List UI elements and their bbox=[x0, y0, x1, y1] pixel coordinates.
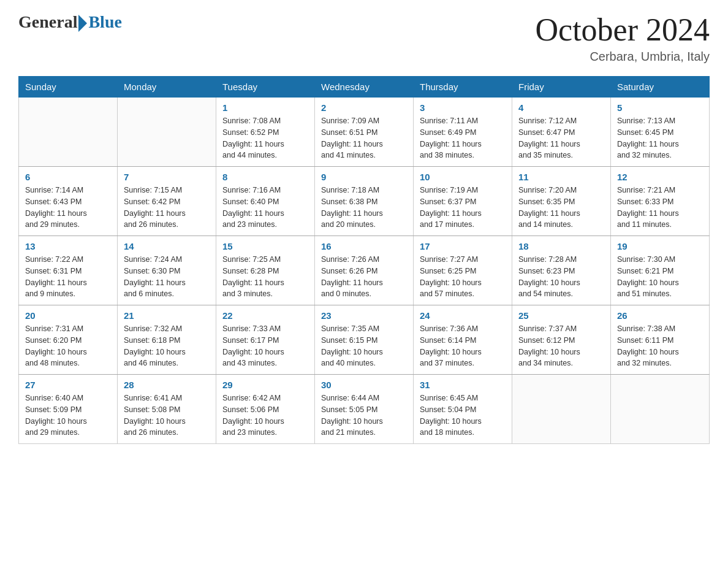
day-info: Sunrise: 7:37 AM Sunset: 6:12 PM Dayligh… bbox=[518, 323, 604, 369]
column-header-saturday: Saturday bbox=[611, 77, 710, 98]
day-number: 13 bbox=[25, 241, 111, 251]
day-number: 15 bbox=[222, 241, 308, 251]
day-number: 20 bbox=[25, 310, 111, 321]
day-info: Sunrise: 7:36 AM Sunset: 6:14 PM Dayligh… bbox=[420, 323, 506, 369]
day-info: Sunrise: 7:12 AM Sunset: 6:47 PM Dayligh… bbox=[518, 115, 604, 161]
calendar-cell: 23Sunrise: 7:35 AM Sunset: 6:15 PM Dayli… bbox=[315, 305, 414, 375]
calendar-cell: 7Sunrise: 7:15 AM Sunset: 6:42 PM Daylig… bbox=[118, 167, 216, 236]
day-number: 27 bbox=[25, 380, 111, 390]
day-number: 23 bbox=[321, 310, 407, 321]
calendar-cell: 30Sunrise: 6:44 AM Sunset: 5:05 PM Dayli… bbox=[315, 375, 414, 444]
day-info: Sunrise: 7:30 AM Sunset: 6:21 PM Dayligh… bbox=[617, 254, 703, 300]
calendar-cell: 11Sunrise: 7:20 AM Sunset: 6:35 PM Dayli… bbox=[512, 167, 611, 236]
day-info: Sunrise: 7:18 AM Sunset: 6:38 PM Dayligh… bbox=[321, 185, 407, 231]
calendar-cell: 22Sunrise: 7:33 AM Sunset: 6:17 PM Dayli… bbox=[216, 305, 315, 375]
day-number: 17 bbox=[420, 241, 506, 251]
day-info: Sunrise: 7:27 AM Sunset: 6:25 PM Dayligh… bbox=[420, 254, 506, 300]
day-number: 12 bbox=[617, 172, 703, 182]
day-info: Sunrise: 6:42 AM Sunset: 5:06 PM Dayligh… bbox=[222, 393, 308, 439]
day-info: Sunrise: 6:44 AM Sunset: 5:05 PM Dayligh… bbox=[321, 393, 407, 439]
calendar-cell: 4Sunrise: 7:12 AM Sunset: 6:47 PM Daylig… bbox=[512, 98, 611, 167]
day-number: 31 bbox=[420, 380, 506, 390]
calendar-body: 1Sunrise: 7:08 AM Sunset: 6:52 PM Daylig… bbox=[19, 98, 710, 444]
calendar-cell: 21Sunrise: 7:32 AM Sunset: 6:18 PM Dayli… bbox=[118, 305, 216, 375]
logo-general-text: General bbox=[18, 12, 77, 32]
column-header-wednesday: Wednesday bbox=[315, 77, 414, 98]
day-number: 19 bbox=[617, 241, 703, 251]
calendar-cell bbox=[118, 98, 216, 167]
day-number: 29 bbox=[222, 380, 308, 390]
calendar-cell: 24Sunrise: 7:36 AM Sunset: 6:14 PM Dayli… bbox=[414, 305, 512, 375]
logo: General Blue bbox=[18, 12, 122, 32]
calendar-cell: 3Sunrise: 7:11 AM Sunset: 6:49 PM Daylig… bbox=[414, 98, 512, 167]
calendar-cell: 5Sunrise: 7:13 AM Sunset: 6:45 PM Daylig… bbox=[611, 98, 710, 167]
day-info: Sunrise: 7:38 AM Sunset: 6:11 PM Dayligh… bbox=[617, 323, 703, 369]
day-number: 14 bbox=[124, 241, 210, 251]
day-info: Sunrise: 7:14 AM Sunset: 6:43 PM Dayligh… bbox=[25, 185, 111, 231]
week-row: 6Sunrise: 7:14 AM Sunset: 6:43 PM Daylig… bbox=[19, 167, 710, 236]
day-info: Sunrise: 7:25 AM Sunset: 6:28 PM Dayligh… bbox=[222, 254, 308, 300]
logo-blue-text: Blue bbox=[88, 12, 121, 32]
day-info: Sunrise: 7:08 AM Sunset: 6:52 PM Dayligh… bbox=[222, 115, 308, 161]
title-block: October 2024 Cerbara, Umbria, Italy bbox=[536, 12, 710, 64]
day-info: Sunrise: 6:45 AM Sunset: 5:04 PM Dayligh… bbox=[420, 393, 506, 439]
day-info: Sunrise: 7:33 AM Sunset: 6:17 PM Dayligh… bbox=[222, 323, 308, 369]
column-header-thursday: Thursday bbox=[414, 77, 512, 98]
day-info: Sunrise: 7:24 AM Sunset: 6:30 PM Dayligh… bbox=[124, 254, 210, 300]
day-number: 2 bbox=[321, 102, 407, 113]
day-info: Sunrise: 7:21 AM Sunset: 6:33 PM Dayligh… bbox=[617, 185, 703, 231]
calendar-cell: 14Sunrise: 7:24 AM Sunset: 6:30 PM Dayli… bbox=[118, 236, 216, 305]
day-number: 25 bbox=[518, 310, 604, 321]
week-row: 1Sunrise: 7:08 AM Sunset: 6:52 PM Daylig… bbox=[19, 98, 710, 167]
calendar-cell: 13Sunrise: 7:22 AM Sunset: 6:31 PM Dayli… bbox=[19, 236, 118, 305]
calendar-cell: 18Sunrise: 7:28 AM Sunset: 6:23 PM Dayli… bbox=[512, 236, 611, 305]
calendar-cell bbox=[512, 375, 611, 444]
calendar-cell bbox=[611, 375, 710, 444]
day-number: 11 bbox=[518, 172, 604, 182]
day-info: Sunrise: 7:31 AM Sunset: 6:20 PM Dayligh… bbox=[25, 323, 111, 369]
calendar-table: SundayMondayTuesdayWednesdayThursdayFrid… bbox=[18, 76, 710, 444]
day-number: 18 bbox=[518, 241, 604, 251]
day-number: 30 bbox=[321, 380, 407, 390]
month-title: October 2024 bbox=[536, 12, 710, 47]
day-number: 10 bbox=[420, 172, 506, 182]
day-info: Sunrise: 7:20 AM Sunset: 6:35 PM Dayligh… bbox=[518, 185, 604, 231]
calendar-cell: 29Sunrise: 6:42 AM Sunset: 5:06 PM Dayli… bbox=[216, 375, 315, 444]
day-number: 24 bbox=[420, 310, 506, 321]
calendar-cell: 28Sunrise: 6:41 AM Sunset: 5:08 PM Dayli… bbox=[118, 375, 216, 444]
day-number: 8 bbox=[222, 172, 308, 182]
calendar-cell: 17Sunrise: 7:27 AM Sunset: 6:25 PM Dayli… bbox=[414, 236, 512, 305]
day-number: 21 bbox=[124, 310, 210, 321]
calendar-cell bbox=[19, 98, 118, 167]
day-info: Sunrise: 7:16 AM Sunset: 6:40 PM Dayligh… bbox=[222, 185, 308, 231]
calendar-cell: 12Sunrise: 7:21 AM Sunset: 6:33 PM Dayli… bbox=[611, 167, 710, 236]
day-info: Sunrise: 7:11 AM Sunset: 6:49 PM Dayligh… bbox=[420, 115, 506, 161]
calendar-cell: 2Sunrise: 7:09 AM Sunset: 6:51 PM Daylig… bbox=[315, 98, 414, 167]
header-row: SundayMondayTuesdayWednesdayThursdayFrid… bbox=[19, 77, 710, 98]
page-header: General Blue October 2024 Cerbara, Umbri… bbox=[18, 12, 710, 64]
calendar-cell: 9Sunrise: 7:18 AM Sunset: 6:38 PM Daylig… bbox=[315, 167, 414, 236]
calendar-cell: 31Sunrise: 6:45 AM Sunset: 5:04 PM Dayli… bbox=[414, 375, 512, 444]
day-info: Sunrise: 7:28 AM Sunset: 6:23 PM Dayligh… bbox=[518, 254, 604, 300]
day-info: Sunrise: 7:32 AM Sunset: 6:18 PM Dayligh… bbox=[124, 323, 210, 369]
calendar-cell: 25Sunrise: 7:37 AM Sunset: 6:12 PM Dayli… bbox=[512, 305, 611, 375]
calendar-cell: 6Sunrise: 7:14 AM Sunset: 6:43 PM Daylig… bbox=[19, 167, 118, 236]
day-number: 1 bbox=[222, 102, 308, 113]
calendar-cell: 1Sunrise: 7:08 AM Sunset: 6:52 PM Daylig… bbox=[216, 98, 315, 167]
column-header-sunday: Sunday bbox=[19, 77, 118, 98]
location-text: Cerbara, Umbria, Italy bbox=[536, 50, 710, 64]
column-header-tuesday: Tuesday bbox=[216, 77, 315, 98]
day-number: 6 bbox=[25, 172, 111, 182]
week-row: 27Sunrise: 6:40 AM Sunset: 5:09 PM Dayli… bbox=[19, 375, 710, 444]
calendar-cell: 19Sunrise: 7:30 AM Sunset: 6:21 PM Dayli… bbox=[611, 236, 710, 305]
day-number: 22 bbox=[222, 310, 308, 321]
calendar-cell: 20Sunrise: 7:31 AM Sunset: 6:20 PM Dayli… bbox=[19, 305, 118, 375]
week-row: 13Sunrise: 7:22 AM Sunset: 6:31 PM Dayli… bbox=[19, 236, 710, 305]
calendar-cell: 27Sunrise: 6:40 AM Sunset: 5:09 PM Dayli… bbox=[19, 375, 118, 444]
day-info: Sunrise: 7:09 AM Sunset: 6:51 PM Dayligh… bbox=[321, 115, 407, 161]
day-number: 16 bbox=[321, 241, 407, 251]
day-info: Sunrise: 7:15 AM Sunset: 6:42 PM Dayligh… bbox=[124, 185, 210, 231]
week-row: 20Sunrise: 7:31 AM Sunset: 6:20 PM Dayli… bbox=[19, 305, 710, 375]
day-info: Sunrise: 6:41 AM Sunset: 5:08 PM Dayligh… bbox=[124, 393, 210, 439]
calendar-cell: 26Sunrise: 7:38 AM Sunset: 6:11 PM Dayli… bbox=[611, 305, 710, 375]
